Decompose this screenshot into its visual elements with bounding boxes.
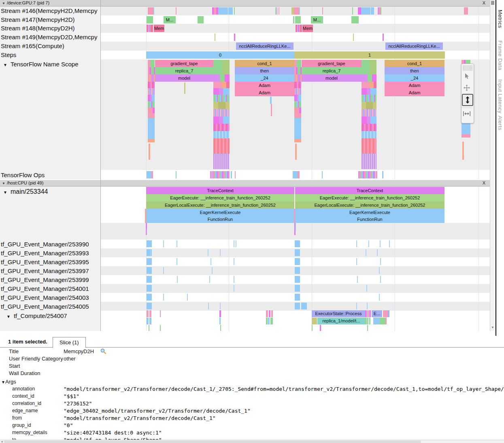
compute-slice[interactable] bbox=[365, 310, 367, 317]
main-slice[interactable]: EagerExecute: __inference_train_function… bbox=[295, 194, 444, 201]
flame-cell[interactable] bbox=[362, 162, 376, 169]
magnifier-icon[interactable] bbox=[100, 348, 106, 354]
slice[interactable] bbox=[371, 7, 374, 15]
scope-slice[interactable]: cond_1 bbox=[385, 60, 444, 67]
compute-slice[interactable] bbox=[268, 318, 270, 324]
compute-slice[interactable] bbox=[383, 310, 388, 317]
scope-slice[interactable]: _24 bbox=[235, 74, 294, 82]
flame-cell[interactable] bbox=[461, 134, 470, 138]
event-slice[interactable] bbox=[147, 285, 152, 292]
slice[interactable] bbox=[149, 25, 150, 32]
flame-tick[interactable] bbox=[154, 74, 155, 82]
event-slice[interactable] bbox=[295, 303, 300, 309]
flame-cell[interactable] bbox=[362, 138, 376, 146]
event-tick[interactable] bbox=[380, 276, 381, 283]
compute-slice[interactable] bbox=[160, 325, 161, 331]
compute-slice[interactable] bbox=[220, 325, 221, 331]
flame-cell[interactable] bbox=[213, 109, 230, 117]
ops-slice[interactable] bbox=[322, 171, 323, 178]
slice[interactable] bbox=[295, 16, 301, 23]
flame-cell[interactable] bbox=[362, 74, 376, 82]
compute-slice[interactable] bbox=[369, 318, 370, 324]
slice[interactable] bbox=[300, 25, 302, 32]
ops-slice[interactable] bbox=[147, 171, 151, 178]
flame-cell[interactable] bbox=[362, 102, 376, 109]
main-slice[interactable]: FunctionRun bbox=[146, 216, 294, 223]
scope-slice[interactable]: _24 bbox=[385, 74, 444, 82]
compute-slice[interactable]: replica_1/model/t... bbox=[317, 318, 365, 324]
scroll-down-icon[interactable]: ▼ bbox=[490, 324, 495, 331]
ops-slice[interactable] bbox=[151, 171, 153, 178]
labeled-slice[interactable]: 0 bbox=[146, 51, 294, 59]
slice[interactable] bbox=[148, 7, 153, 15]
args-section-header[interactable]: ▼Args bbox=[1, 379, 16, 385]
slice[interactable] bbox=[198, 16, 204, 23]
flame-cell[interactable] bbox=[148, 101, 155, 108]
selection-tool-button[interactable] bbox=[461, 71, 472, 82]
slice[interactable] bbox=[299, 7, 300, 15]
compute-slice[interactable] bbox=[147, 310, 149, 317]
event-slice[interactable] bbox=[295, 294, 300, 301]
event-slice[interactable] bbox=[295, 285, 300, 292]
compute-slice[interactable] bbox=[149, 310, 151, 317]
event-tick[interactable] bbox=[208, 303, 209, 309]
flame-cell[interactable] bbox=[213, 88, 230, 95]
scope-slice[interactable]: replica_7 bbox=[302, 67, 362, 74]
scope-slice[interactable]: gradient_tape bbox=[302, 60, 362, 67]
ops-slice[interactable] bbox=[293, 171, 298, 178]
flame-cell[interactable] bbox=[148, 88, 155, 95]
event-tick[interactable] bbox=[366, 249, 366, 256]
ops-slice[interactable] bbox=[376, 171, 377, 178]
horizontal-scrollbar[interactable]: ◄ bbox=[0, 440, 504, 443]
scope-slice[interactable]: Adam bbox=[235, 89, 294, 96]
slice[interactable] bbox=[352, 7, 353, 15]
flame-cell[interactable] bbox=[148, 95, 155, 101]
compute-slice[interactable] bbox=[320, 325, 321, 331]
compute-slice[interactable] bbox=[147, 318, 149, 324]
vertical-scrollbar[interactable]: ▼ bbox=[490, 0, 495, 331]
event-tick[interactable] bbox=[163, 240, 164, 247]
event-tick[interactable] bbox=[177, 240, 177, 247]
scope-slice[interactable]: model bbox=[302, 74, 362, 82]
event-slice[interactable] bbox=[295, 267, 300, 274]
flame-cell[interactable] bbox=[213, 82, 230, 88]
flame-cell[interactable] bbox=[294, 88, 301, 95]
ops-slice[interactable] bbox=[212, 171, 230, 178]
flame-cell[interactable] bbox=[213, 154, 230, 162]
ops-slice[interactable] bbox=[210, 171, 212, 178]
ops-slice[interactable] bbox=[235, 171, 236, 178]
compute-slice[interactable] bbox=[149, 325, 149, 331]
flame-cell[interactable] bbox=[294, 60, 301, 67]
flame-cell[interactable] bbox=[362, 146, 376, 154]
collapse-icon[interactable]: ▼ bbox=[2, 180, 5, 187]
vertical-scrollbar-thumb[interactable] bbox=[491, 1, 494, 5]
sidebar-tab-metrics[interactable]: Metrics bbox=[497, 10, 503, 28]
flame-cell[interactable] bbox=[294, 113, 301, 118]
slice[interactable] bbox=[296, 25, 297, 32]
scope-slice[interactable]: cond_1 bbox=[235, 60, 294, 67]
event-slice[interactable] bbox=[295, 240, 300, 247]
main-sliver[interactable] bbox=[295, 223, 296, 231]
slice[interactable] bbox=[298, 25, 299, 32]
flame-cell[interactable] bbox=[148, 108, 155, 113]
palette-grip-handle[interactable] bbox=[463, 65, 472, 71]
scope-slice[interactable]: then bbox=[235, 67, 294, 74]
collapse-icon[interactable]: ▼ bbox=[1, 380, 5, 384]
slice[interactable] bbox=[228, 7, 233, 15]
event-slice[interactable] bbox=[147, 276, 152, 283]
event-tick[interactable] bbox=[234, 258, 234, 265]
event-tick[interactable] bbox=[150, 249, 151, 256]
ops-slice[interactable] bbox=[231, 171, 232, 178]
slice[interactable] bbox=[294, 7, 299, 15]
scope-slice[interactable]: then bbox=[385, 67, 444, 74]
flame-cell[interactable] bbox=[148, 118, 155, 139]
flame-tick[interactable] bbox=[462, 142, 464, 160]
flame-tick[interactable] bbox=[300, 74, 302, 82]
compute-slice[interactable] bbox=[219, 318, 221, 324]
event-tick[interactable] bbox=[389, 240, 390, 247]
flame-cell[interactable] bbox=[213, 138, 230, 146]
compute-slice[interactable] bbox=[312, 325, 313, 331]
event-slice[interactable] bbox=[147, 249, 152, 256]
compute-slice[interactable] bbox=[367, 310, 369, 317]
flame-cell[interactable] bbox=[362, 88, 376, 95]
